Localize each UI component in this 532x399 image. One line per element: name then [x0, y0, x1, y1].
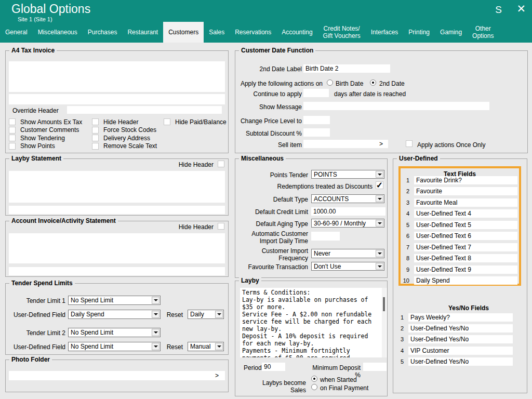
text-field-5-input[interactable]: User-Defined Text 5 [414, 221, 517, 229]
sell-item-input[interactable]: > [303, 140, 388, 148]
hide-paid-balance-checkbox[interactable] [164, 118, 170, 125]
min-deposit-input[interactable] [363, 363, 387, 371]
browse-icon[interactable]: > [379, 140, 386, 148]
birth-date-radio[interactable] [327, 79, 333, 86]
redemptions-checkbox[interactable]: ✓ [376, 181, 383, 189]
scrollbar-track[interactable] [382, 288, 386, 357]
account-statement-textarea[interactable] [9, 233, 225, 263]
tender-limit-2-dropdown[interactable]: No Spend Limit [68, 328, 161, 337]
dropdown-value: 30-60-90 / Monthly [314, 220, 366, 227]
dropdown-button[interactable] [152, 329, 159, 336]
tab-customers[interactable]: Customers [163, 22, 204, 43]
yesno-field-2-input[interactable]: User-Defined Yes/No [408, 324, 513, 332]
favourite-transaction-dropdown[interactable]: Don't Use [311, 262, 384, 271]
photo-folder-input[interactable]: > [9, 371, 225, 380]
account-statement-line-input[interactable] [9, 267, 225, 275]
layby-statement-textarea[interactable] [9, 171, 225, 203]
tab-restaurant[interactable]: Restaurant [122, 22, 163, 43]
import-daily-time-input[interactable] [311, 232, 340, 241]
tab-general[interactable]: General [0, 22, 33, 43]
show-points-checkbox[interactable] [9, 143, 16, 150]
text-field-3-input[interactable]: Favourite Meal [414, 198, 517, 207]
subtotal-discount-input[interactable] [303, 128, 330, 137]
dropdown-button[interactable] [376, 263, 383, 270]
text-field-6-input[interactable]: User-Defined Text 6 [414, 232, 517, 240]
yesno-field-1-input[interactable]: Pays Weekly? [408, 313, 513, 322]
yesno-field-4-input[interactable]: VIP Customer [408, 347, 513, 355]
force-stock-codes-checkbox[interactable] [92, 127, 99, 134]
tab-interfaces[interactable]: Interfaces [366, 22, 404, 43]
delivery-address-checkbox[interactable] [92, 135, 99, 141]
scrollbar-thumb[interactable] [383, 297, 385, 311]
tab-gaming[interactable]: Gaming [435, 22, 467, 43]
text-field-8-input[interactable]: User-Defined Text 8 [414, 254, 517, 262]
dropdown-value: No Spend Limit [71, 297, 113, 304]
checkbox-label: Remove Scale Text [103, 142, 157, 150]
points-tender-label: Points Tender [235, 171, 308, 179]
continue-apply-input[interactable] [303, 89, 329, 97]
reset-1-dropdown[interactable]: Daily [188, 310, 224, 319]
import-frequency-dropdown[interactable]: Never [311, 249, 384, 258]
user-defined-field-1-dropdown[interactable]: Daily Spend [68, 310, 161, 319]
a4-line2-input[interactable] [9, 94, 225, 104]
points-tender-dropdown[interactable]: POINTS [311, 170, 384, 179]
dropdown-button[interactable] [376, 171, 383, 178]
second-date-input[interactable]: Birth Date 2 [303, 64, 390, 73]
dropdown-button[interactable] [215, 311, 223, 318]
yesno-field-3-input[interactable]: User-Defined Yes/No [408, 335, 513, 343]
dropdown-button[interactable] [376, 220, 383, 227]
customer-comments-checkbox[interactable] [9, 127, 16, 134]
dropdown-button[interactable] [215, 343, 223, 350]
dropdown-button[interactable] [152, 297, 159, 304]
show-tendering-checkbox[interactable] [9, 135, 16, 141]
text-field-1-input[interactable]: Favourite Drink? [414, 176, 517, 184]
second-date-radio[interactable] [370, 79, 376, 86]
browse-icon[interactable]: > [215, 372, 223, 379]
text-field-row: 8User-Defined Text 8 [401, 254, 519, 262]
text-field-4-input[interactable]: User-Defined Text 4 [414, 209, 517, 218]
show-amounts-ex-tax-checkbox[interactable] [9, 118, 16, 125]
account-statement-hide-header-checkbox[interactable] [218, 223, 224, 230]
remove-scale-text-checkbox[interactable] [92, 143, 99, 150]
show-message-input[interactable] [303, 102, 489, 110]
on-final-payment-radio[interactable] [311, 384, 317, 390]
tab-purchases[interactable]: Purchases [83, 22, 123, 43]
apply-once-checkbox[interactable] [406, 140, 413, 147]
dropdown-button[interactable] [376, 195, 383, 202]
a4-notes-textarea[interactable] [9, 61, 225, 92]
text-field-9-input[interactable]: User-Defined Text 9 [414, 265, 517, 274]
dropdown-value: POINTS [314, 171, 337, 178]
hide-header-checkbox[interactable] [92, 118, 99, 125]
user-defined-field-2-dropdown[interactable]: No Spend Limit [68, 342, 161, 351]
tab-accounting[interactable]: Accounting [276, 22, 317, 43]
tab-credit-notes[interactable]: Credit Notes/ Gift Vouchers [318, 22, 366, 43]
tender-limit-1-dropdown[interactable]: No Spend Limit [68, 296, 161, 305]
layby-statement-hide-header-checkbox[interactable] [218, 161, 224, 167]
dropdown-button[interactable] [152, 311, 159, 318]
default-type-dropdown[interactable]: ACCOUNTS [311, 194, 384, 203]
default-credit-limit-input[interactable]: 1000.00 [311, 207, 385, 216]
settings-button[interactable]: S [495, 4, 502, 16]
layby-statement-line-input[interactable] [9, 206, 225, 214]
dropdown-button[interactable] [376, 250, 383, 257]
close-icon[interactable]: ✕ [516, 3, 526, 15]
change-price-level-input[interactable] [303, 116, 330, 124]
chevron-down-icon [378, 174, 382, 176]
text-field-2-input[interactable]: Favourite [414, 187, 517, 195]
dropdown-button[interactable] [152, 343, 159, 350]
text-field-10-input[interactable]: Daily Spend [414, 276, 517, 285]
when-started-radio[interactable] [311, 376, 317, 382]
tab-miscellaneous[interactable]: Miscellaneous [33, 22, 83, 43]
tab-printing[interactable]: Printing [403, 22, 435, 43]
second-date-radio-label: 2nd Date [379, 80, 405, 87]
text-field-7-input[interactable]: User-Defined Text 7 [414, 243, 517, 251]
tab-reservations[interactable]: Reservations [230, 22, 276, 43]
period-input[interactable]: 90 [262, 363, 285, 371]
default-aging-type-dropdown[interactable]: 30-60-90 / Monthly [311, 219, 384, 228]
layby-terms-textarea[interactable]: Terms & Conditions: Lay-by is available … [240, 288, 387, 357]
override-header-input[interactable] [67, 106, 222, 114]
tab-sales[interactable]: Sales [204, 22, 230, 43]
reset-2-dropdown[interactable]: Manual [188, 342, 224, 351]
yesno-field-5-input[interactable]: User-Defined Yes/No [408, 357, 513, 366]
tab-other-options[interactable]: Other Options [467, 22, 499, 43]
